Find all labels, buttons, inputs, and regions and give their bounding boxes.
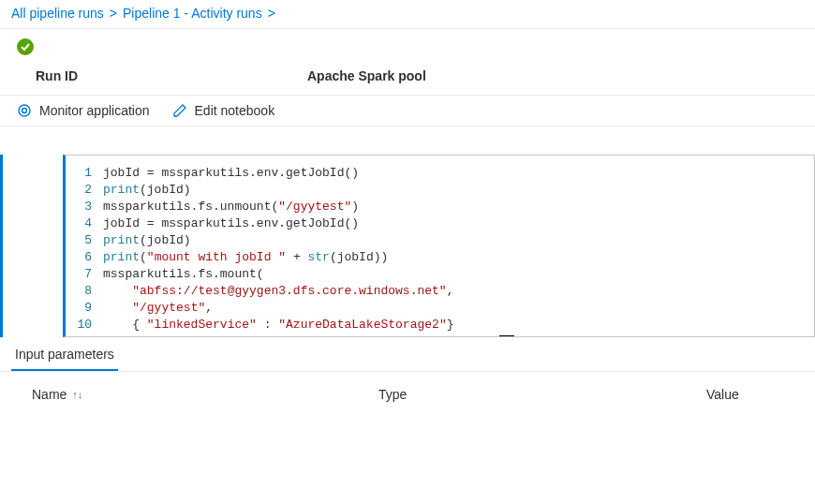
code-content[interactable]: { "linkedService" : "AzureDataLakeStorag… — [103, 317, 814, 334]
line-number: 4 — [66, 215, 103, 232]
chevron-right-icon: > — [110, 6, 117, 21]
target-icon — [17, 103, 32, 118]
line-number: 1 — [66, 165, 103, 182]
tab-input-parameters[interactable]: Input parameters — [11, 337, 118, 371]
cell-accent-bar — [0, 155, 3, 337]
edit-label: Edit notebook — [195, 103, 275, 118]
code-content[interactable]: jobId = mssparkutils.env.getJobId() — [103, 165, 814, 182]
code-editor[interactable]: 1jobId = mssparkutils.env.getJobId()2pri… — [63, 155, 815, 337]
code-content[interactable]: "abfss://test@gyygen3.dfs.core.windows.n… — [103, 283, 814, 300]
toolbar: Monitor application Edit notebook — [0, 95, 815, 126]
col-name-label: Name — [32, 387, 67, 402]
code-content[interactable]: jobId = mssparkutils.env.getJobId() — [103, 215, 814, 232]
run-id-label: Run ID — [36, 68, 78, 83]
params-table-header: Name ↑↓ Type Value — [0, 372, 815, 417]
code-line[interactable]: 5print(jobId) — [66, 232, 814, 249]
code-content[interactable]: print(jobId) — [103, 182, 814, 199]
spark-pool-label: Apache Spark pool — [307, 68, 426, 83]
code-content[interactable]: mssparkutils.fs.unmount("/gyytest") — [103, 199, 814, 215]
code-line[interactable]: 6print("mount with jobId " + str(jobId)) — [66, 249, 814, 266]
col-header-name[interactable]: Name ↑↓ — [22, 387, 378, 402]
code-content[interactable]: "/gyytest", — [103, 300, 814, 317]
code-content[interactable]: print("mount with jobId " + str(jobId)) — [103, 249, 814, 266]
code-line[interactable]: 2print(jobId) — [66, 182, 814, 199]
line-number: 3 — [66, 199, 103, 215]
params-tab-row: Input parameters — [0, 337, 815, 372]
col-header-value[interactable]: Value — [706, 387, 793, 402]
line-number: 6 — [66, 249, 103, 266]
code-line[interactable]: 8 "abfss://test@gyygen3.dfs.core.windows… — [66, 283, 814, 300]
line-number: 5 — [66, 232, 103, 249]
line-number: 9 — [66, 300, 103, 317]
line-number: 8 — [66, 283, 103, 300]
breadcrumb-pipeline[interactable]: Pipeline 1 - Activity runs — [123, 6, 262, 21]
monitor-label: Monitor application — [39, 103, 150, 118]
line-number: 7 — [66, 266, 103, 283]
chevron-right-icon: > — [268, 6, 275, 21]
sort-icon: ↑↓ — [72, 389, 82, 400]
edit-notebook-button[interactable]: Edit notebook — [172, 103, 275, 118]
code-line[interactable]: 4jobId = mssparkutils.env.getJobId() — [66, 215, 814, 232]
monitor-application-button[interactable]: Monitor application — [17, 103, 150, 118]
svg-point-0 — [19, 105, 30, 116]
code-content[interactable]: print(jobId) — [103, 232, 814, 249]
success-status-icon — [17, 38, 34, 55]
code-line[interactable]: 1jobId = mssparkutils.env.getJobId() — [66, 165, 814, 182]
code-line[interactable]: 3mssparkutils.fs.unmount("/gyytest") — [66, 199, 814, 215]
col-header-type[interactable]: Type — [378, 387, 706, 402]
code-line[interactable]: 9 "/gyytest", — [66, 300, 814, 317]
svg-point-1 — [22, 109, 27, 113]
status-row — [0, 29, 815, 59]
line-number: 2 — [66, 182, 103, 199]
code-line[interactable]: 10 { "linkedService" : "AzureDataLakeSto… — [66, 317, 814, 334]
code-area: 1jobId = mssparkutils.env.getJobId()2pri… — [0, 126, 815, 337]
breadcrumb: All pipeline runs > Pipeline 1 - Activit… — [0, 0, 815, 29]
code-line[interactable]: 7mssparkutils.fs.mount( — [66, 266, 814, 283]
code-content[interactable]: mssparkutils.fs.mount( — [103, 266, 814, 283]
line-number: 10 — [66, 317, 103, 334]
breadcrumb-all-runs[interactable]: All pipeline runs — [11, 6, 104, 21]
run-info-row: Run ID Apache Spark pool — [0, 59, 815, 95]
pencil-icon — [172, 103, 187, 118]
resize-handle[interactable] — [499, 335, 514, 337]
